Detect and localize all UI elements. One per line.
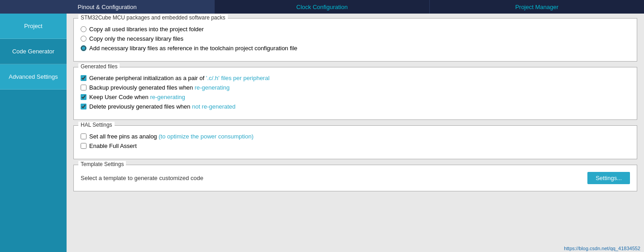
radio-copy-necessary-input[interactable] — [81, 36, 87, 42]
nav-pinout[interactable]: Pinout & Configuration — [0, 0, 215, 14]
main-layout: Project Code Generator Advanced Settings… — [0, 14, 644, 252]
generate-pair-blue: '.c/.h' files per peripheral — [206, 75, 269, 81]
checkbox-full-assert-input[interactable] — [81, 143, 87, 149]
content-area: STM32Cube MCU packages and embedded soft… — [67, 14, 644, 252]
stm32-group-title: STM32Cube MCU packages and embedded soft… — [78, 14, 228, 21]
checkbox-free-pins-label: Set all free pins as analog (to optimize… — [89, 133, 254, 140]
top-nav: Pinout & Configuration Clock Configurati… — [0, 0, 644, 14]
template-text: Select a template to generate customized… — [81, 175, 203, 181]
radio-copy-all[interactable]: Copy all used libraries into the project… — [81, 26, 630, 33]
sidebar: Project Code Generator Advanced Settings — [0, 14, 67, 252]
checkbox-keep-user-code[interactable]: Keep User Code when re-generating — [81, 94, 630, 100]
status-bar: https://blog.csdn.net/qq_41834552 — [560, 245, 644, 252]
nav-project-manager[interactable]: Project Manager — [430, 0, 644, 14]
sidebar-item-advanced-settings[interactable]: Advanced Settings — [0, 64, 67, 90]
checkbox-free-pins[interactable]: Set all free pins as analog (to optimize… — [81, 133, 630, 140]
hal-settings-group: HAL Settings Set all free pins as analog… — [73, 125, 637, 159]
checkbox-delete-generated-label: Delete previously generated files when n… — [89, 103, 235, 110]
generated-files-title: Generated files — [78, 63, 120, 70]
radio-add-reference[interactable]: Add necessary library files as reference… — [81, 45, 630, 52]
hal-settings-title: HAL Settings — [78, 122, 115, 128]
checkbox-delete-generated[interactable]: Delete previously generated files when n… — [81, 103, 630, 110]
status-url: https://blog.csdn.net/qq_41834552 — [564, 246, 640, 251]
checkbox-backup-input[interactable] — [81, 85, 87, 90]
template-settings-content: Select a template to generate customized… — [81, 172, 630, 184]
checkbox-free-pins-input[interactable] — [81, 133, 87, 139]
hal-settings-content: Set all free pins as analog (to optimize… — [81, 133, 630, 149]
checkbox-generate-pair-label: Generate peripheral initialization as a … — [89, 75, 269, 81]
checkbox-backup[interactable]: Backup previously generated files when r… — [81, 84, 630, 91]
generated-files-content: Generate peripheral initialization as a … — [81, 75, 630, 110]
keep-user-code-blue: re-generating — [150, 94, 185, 100]
sidebar-item-code-generator[interactable]: Code Generator — [0, 39, 67, 64]
radio-copy-all-input[interactable] — [81, 26, 87, 32]
template-settings-group: Template Settings Select a template to g… — [73, 165, 637, 191]
sidebar-item-project[interactable]: Project — [0, 14, 67, 39]
checkbox-keep-user-code-input[interactable] — [81, 94, 87, 100]
radio-add-reference-input[interactable] — [81, 45, 87, 51]
nav-clock[interactable]: Clock Configuration — [215, 0, 429, 14]
checkbox-delete-generated-input[interactable] — [81, 104, 87, 109]
checkbox-full-assert-label: Enable Full Assert — [89, 143, 137, 149]
generated-files-group: Generated files Generate peripheral init… — [73, 67, 637, 120]
checkbox-keep-user-code-label: Keep User Code when re-generating — [89, 94, 185, 100]
delete-generated-blue: not re-generated — [192, 103, 235, 110]
stm32-group-content: Copy all used libraries into the project… — [81, 26, 630, 52]
stm32-group: STM32Cube MCU packages and embedded soft… — [73, 18, 637, 62]
radio-copy-all-label: Copy all used libraries into the project… — [89, 26, 204, 33]
checkbox-generate-pair[interactable]: Generate peripheral initialization as a … — [81, 75, 630, 81]
settings-button[interactable]: Settings... — [587, 172, 630, 184]
checkbox-full-assert[interactable]: Enable Full Assert — [81, 143, 630, 149]
radio-copy-necessary[interactable]: Copy only the necessary library files — [81, 35, 630, 42]
radio-copy-necessary-label: Copy only the necessary library files — [89, 35, 183, 42]
checkbox-backup-label: Backup previously generated files when r… — [89, 84, 230, 91]
sidebar-spacer — [0, 90, 67, 252]
free-pins-blue: (to optimize the power consumption) — [159, 133, 254, 140]
backup-blue: re-generating — [195, 84, 230, 91]
template-settings-title: Template Settings — [78, 161, 126, 167]
radio-add-reference-label: Add necessary library files as reference… — [89, 45, 298, 52]
checkbox-generate-pair-input[interactable] — [81, 75, 87, 81]
